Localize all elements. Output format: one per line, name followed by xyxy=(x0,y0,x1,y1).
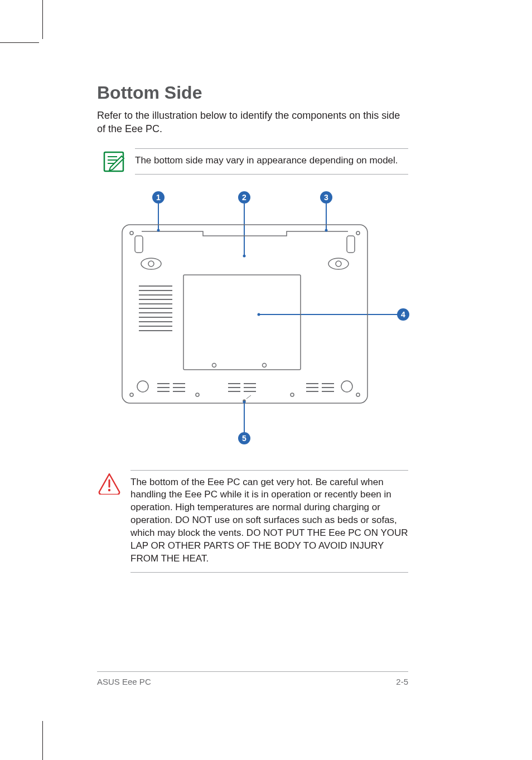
svg-rect-4 xyxy=(122,225,367,403)
svg-point-5 xyxy=(130,231,133,235)
svg-point-7 xyxy=(130,393,133,396)
intro-text: Refer to the illustration below to ident… xyxy=(97,109,408,136)
svg-point-58 xyxy=(108,488,110,491)
svg-point-49 xyxy=(137,381,148,392)
svg-rect-28 xyxy=(183,275,301,370)
svg-point-6 xyxy=(356,231,360,235)
svg-point-52 xyxy=(157,229,160,231)
svg-point-15 xyxy=(328,258,349,269)
svg-point-8 xyxy=(356,393,360,396)
svg-point-56 xyxy=(243,400,246,403)
note-text: The bottom side may vary in appearance d… xyxy=(135,154,408,167)
crop-mark-horizontal xyxy=(0,42,39,43)
diagram: 1 2 3 4 5 xyxy=(97,191,409,448)
svg-rect-11 xyxy=(135,236,143,253)
note-block: The bottom side may vary in appearance d… xyxy=(101,148,408,175)
warning-text: The bottom of the Eee PC can get very ho… xyxy=(130,476,408,566)
svg-point-50 xyxy=(341,381,352,392)
crop-mark-vertical-bottom xyxy=(42,721,43,760)
svg-point-14 xyxy=(148,261,154,267)
note-text-wrap: The bottom side may vary in appearance d… xyxy=(135,148,408,175)
svg-point-16 xyxy=(336,261,341,267)
warning-icon xyxy=(97,470,122,495)
footer-right: 2-5 xyxy=(396,677,408,686)
svg-point-53 xyxy=(243,254,246,257)
content-area: Bottom Side Refer to the illustration be… xyxy=(97,83,408,573)
svg-point-13 xyxy=(141,258,161,269)
svg-point-29 xyxy=(212,363,216,367)
crop-mark-vertical-top xyxy=(42,0,43,39)
page-title: Bottom Side xyxy=(97,83,408,103)
svg-point-10 xyxy=(291,393,294,396)
svg-point-30 xyxy=(263,363,267,367)
footer: ASUS Eee PC 2-5 xyxy=(97,677,408,686)
page: Bottom Side Refer to the illustration be… xyxy=(0,0,532,760)
footer-rule xyxy=(97,671,408,672)
note-icon xyxy=(101,148,126,173)
warning-block: The bottom of the Eee PC can get very ho… xyxy=(97,470,408,573)
laptop-bottom-illustration xyxy=(97,191,409,448)
warning-text-wrap: The bottom of the Eee PC can get very ho… xyxy=(130,470,408,573)
svg-rect-12 xyxy=(347,236,355,253)
svg-point-55 xyxy=(258,313,260,316)
svg-point-54 xyxy=(325,229,328,231)
svg-point-9 xyxy=(196,393,199,396)
footer-left: ASUS Eee PC xyxy=(97,677,151,686)
